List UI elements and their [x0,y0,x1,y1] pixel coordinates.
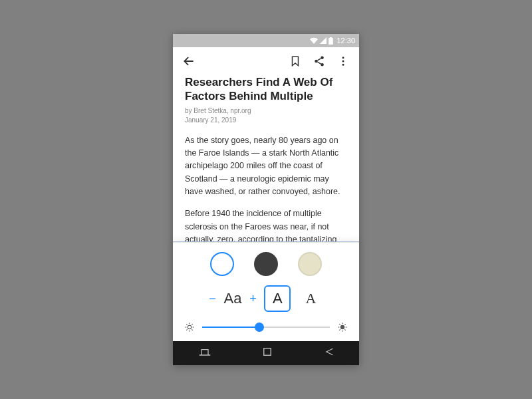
decrease-font-button[interactable]: − [208,292,217,306]
slider-thumb[interactable] [255,323,264,332]
theme-sepia[interactable] [298,252,322,276]
svg-point-2 [321,63,324,66]
nav-back-icon [323,347,334,356]
android-nav-bar [173,341,359,365]
font-row: − Aa + A A [182,285,350,312]
theme-dark[interactable] [254,252,278,276]
bookmark-icon [289,55,301,67]
increase-font-button[interactable]: + [248,292,257,306]
status-bar: 12:30 [173,34,359,47]
device-frame: 12:30 Researchers Find A Web Of Factors … [173,34,359,365]
brightness-low-button[interactable] [182,320,197,334]
article-body: As the story goes, nearly 80 years ago o… [185,134,347,259]
battery-icon [329,37,333,45]
font-serif-button[interactable]: A [297,285,324,312]
svg-rect-8 [264,348,271,356]
brightness-high-icon [337,322,348,332]
share-icon [313,55,325,67]
article-byline: by Bret Stetka, npr.org January 21, 2019 [185,106,347,125]
svg-point-3 [342,57,344,59]
back-button[interactable] [178,51,200,72]
recent-icon [198,347,211,356]
nav-recent-button[interactable] [198,347,211,359]
svg-point-6 [188,325,191,329]
svg-point-4 [342,61,344,63]
theme-light[interactable] [210,252,234,276]
font-size-sample: Aa [223,290,243,307]
status-time: 12:30 [336,37,355,45]
brightness-low-icon [184,322,195,332]
svg-point-7 [340,325,344,329]
theme-row [182,252,350,276]
overflow-icon [337,55,349,67]
app-bar [173,47,359,75]
slider-fill [202,327,259,328]
display-settings-sheet: − Aa + A A [173,242,359,341]
article-title: Researchers Find A Web Of Factors Behind… [185,75,347,104]
nav-home-button[interactable] [263,347,272,359]
svg-point-5 [342,64,344,66]
share-button[interactable] [309,51,330,72]
overflow-button[interactable] [332,51,354,72]
font-size-group: − Aa + [208,290,258,307]
brightness-slider[interactable] [202,327,330,328]
bookmark-button[interactable] [285,51,306,72]
signal-icon [320,37,327,44]
paragraph: As the story goes, nearly 80 years ago o… [185,134,347,199]
svg-point-1 [315,60,318,63]
back-icon [182,55,196,68]
byline-author: by Bret Stetka, npr.org [185,106,347,116]
brightness-row [182,320,350,334]
svg-point-0 [321,57,324,60]
nav-back-button[interactable] [323,347,334,359]
byline-date: January 21, 2019 [185,116,347,125]
brightness-high-button[interactable] [335,320,350,334]
home-icon [263,347,272,356]
font-sans-button[interactable]: A [264,285,291,312]
wifi-icon [310,37,318,44]
